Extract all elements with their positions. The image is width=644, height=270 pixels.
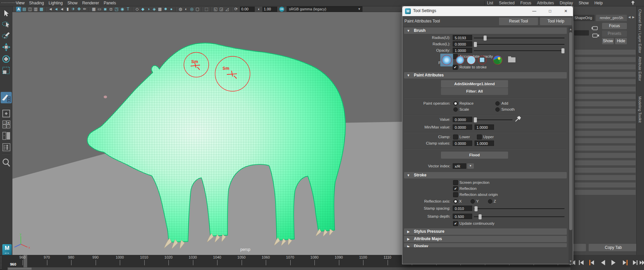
panel-pane-icon[interactable]: ▦: [39, 7, 44, 12]
display-section-header[interactable]: ▶ Display: [404, 243, 567, 247]
editor-menu-display[interactable]: Display: [560, 0, 573, 6]
grid-toggle-icon[interactable]: ▦: [91, 7, 96, 12]
value-slider-handle[interactable]: [474, 117, 477, 122]
panel-menu-show[interactable]: Show: [67, 0, 78, 6]
play-backwards-button[interactable]: [599, 259, 607, 266]
attribute-row[interactable]: [575, 153, 636, 158]
stroke-section-header[interactable]: ▼ Stroke: [404, 172, 567, 178]
attribute-row[interactable]: [575, 94, 636, 99]
layout-two-pane[interactable]: +: [2, 131, 11, 140]
shaded-mode-icon[interactable]: ◆: [140, 7, 145, 12]
radio-scale[interactable]: [453, 107, 458, 112]
editor-menu-help[interactable]: Help: [594, 0, 603, 6]
value-field[interactable]: 0.0000: [453, 117, 472, 122]
panel-menu-shading[interactable]: Shading: [29, 0, 44, 6]
opacity-field[interactable]: 1.0000: [453, 48, 472, 53]
radius-u-slider-handle[interactable]: [484, 36, 487, 41]
attribute-row[interactable]: [575, 138, 636, 143]
anti-alias-toggle-icon[interactable]: ◎: [189, 7, 194, 12]
brush-profile-soft[interactable]: [455, 55, 465, 65]
gate-mask-icon[interactable]: ◘: [108, 7, 113, 12]
exposure-field[interactable]: 0.00: [240, 7, 255, 12]
attribute-maps-section-header[interactable]: ▶ Attribute Maps: [404, 236, 567, 242]
tool-help-button[interactable]: Tool Help: [540, 17, 572, 25]
attribute-row[interactable]: [575, 146, 636, 151]
radius-l-slider[interactable]: [474, 44, 564, 45]
tool-settings-scrollbar[interactable]: ▲ ▼: [568, 27, 573, 264]
panel-menu-lighting[interactable]: Lighting: [49, 0, 63, 6]
step-forward-key-button[interactable]: [622, 259, 629, 266]
minimize-button[interactable]: —: [529, 8, 539, 14]
zoom-magnifier-icon[interactable]: [2, 158, 11, 167]
flood-button[interactable]: Flood: [441, 152, 508, 159]
focus-button[interactable]: Focus: [602, 23, 627, 29]
attribute-row[interactable]: [575, 109, 636, 114]
camera-select-icon[interactable]: ◄: [48, 7, 53, 12]
lights-toggle-icon[interactable]: ✸: [163, 7, 168, 12]
brush-profile-image[interactable]: [492, 55, 502, 65]
lasso-select-tool[interactable]: [2, 20, 11, 29]
attribute-row[interactable]: [575, 123, 636, 128]
resolution-gate-icon[interactable]: ◙: [103, 7, 108, 12]
node-name-field[interactable]: [574, 30, 589, 36]
color-management-on-badge[interactable]: ON: [279, 7, 284, 12]
reset-tool-button[interactable]: Reset Tool: [499, 17, 538, 25]
rotate-tool[interactable]: [2, 54, 11, 63]
gamma-field[interactable]: 1.00: [262, 7, 277, 12]
attribute-row[interactable]: [575, 101, 636, 106]
copy-tab-button[interactable]: Copy Tab: [589, 244, 638, 251]
editor-menu-show[interactable]: Show: [579, 0, 589, 6]
step-forward-frame-button[interactable]: [632, 259, 639, 266]
attribute-row[interactable]: [575, 64, 636, 69]
blend-node-button[interactable]: AdnSkinMerge1.blend: [441, 80, 508, 88]
reflection-checkbox[interactable]: ✔: [453, 186, 458, 191]
layout-four-pane[interactable]: +◆ ++: [2, 120, 11, 129]
browse-profile-folder-icon[interactable]: [508, 57, 515, 62]
panel-split-icon[interactable]: ◫: [28, 7, 33, 12]
radio-smooth[interactable]: [495, 107, 500, 112]
attribute-row[interactable]: [575, 116, 636, 121]
layer-under-icon[interactable]: ◲: [219, 7, 224, 12]
scrollbar-thumb[interactable]: [569, 32, 572, 230]
opacity-slider-handle[interactable]: [561, 48, 564, 53]
region-render-icon[interactable]: ◳: [114, 7, 119, 12]
radius-l-field[interactable]: 0.0000: [453, 41, 472, 47]
crop-toggle-icon[interactable]: ◿: [225, 7, 230, 12]
panel-quad-icon[interactable]: ▥: [33, 7, 38, 12]
clamp-lower-checkbox[interactable]: [453, 134, 458, 140]
field-chart-icon[interactable]: T: [126, 7, 131, 12]
wireframe-on-shaded-icon[interactable]: ◈: [152, 7, 157, 12]
show-button[interactable]: Show: [602, 38, 614, 44]
presets-button[interactable]: Presets: [602, 31, 627, 37]
clamp-max-field[interactable]: 1.0000: [475, 141, 494, 146]
radio-add[interactable]: [495, 101, 500, 106]
screen-space-ao-icon[interactable]: ◍: [178, 7, 183, 12]
reflection-about-origin-checkbox[interactable]: [453, 192, 458, 197]
panel-menu-view[interactable]: View: [16, 0, 24, 6]
min-value-field[interactable]: 0.0000: [453, 124, 472, 130]
layer-over-icon[interactable]: ◱: [213, 7, 218, 12]
camera-lock-icon[interactable]: ◄: [54, 7, 59, 12]
panel-menu-panels[interactable]: Panels: [104, 0, 116, 6]
play-forwards-button[interactable]: [610, 259, 617, 266]
panel-single-icon[interactable]: ▤: [22, 7, 27, 12]
sidebar-tab-channel-box[interactable]: Channel Box / Layer Editor: [638, 9, 642, 53]
stamp-depth-slider-handle[interactable]: [479, 214, 482, 219]
bookmark-icon[interactable]: ▮: [65, 7, 70, 12]
radio-axis-z[interactable]: [488, 199, 492, 204]
editor-menu-list[interactable]: List: [487, 0, 493, 6]
step-back-key-button[interactable]: [588, 259, 596, 266]
clamp-min-field[interactable]: 0.0000: [453, 141, 472, 146]
value-slider[interactable]: [474, 119, 512, 121]
motion-blur-toggle-icon[interactable]: ◐: [184, 7, 189, 12]
wireframe-mode-icon[interactable]: ◇: [135, 7, 140, 12]
stamp-depth-field[interactable]: 0.500: [453, 214, 472, 219]
attribute-row[interactable]: [575, 50, 636, 55]
brush-section-header[interactable]: ▼ Brush: [404, 28, 567, 34]
go-to-end-button[interactable]: [639, 259, 644, 266]
brush-profile-gaussian-selected[interactable]: [440, 54, 453, 66]
scale-tool[interactable]: [2, 66, 11, 75]
maximize-button[interactable]: □: [545, 8, 555, 14]
scroll-up-icon[interactable]: ▲: [569, 28, 572, 31]
grease-pencil-icon[interactable]: ✏: [82, 7, 87, 12]
